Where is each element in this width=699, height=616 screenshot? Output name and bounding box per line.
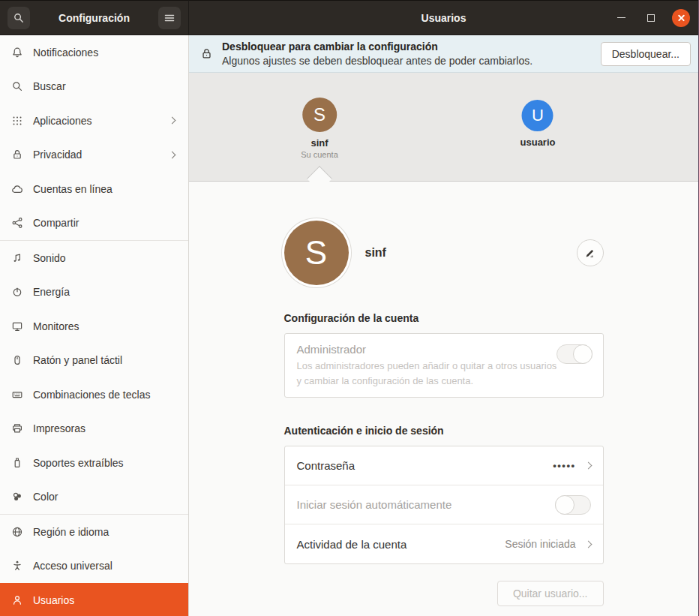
password-value: ••••• <box>553 460 575 471</box>
edit-avatar-button[interactable] <box>577 239 604 266</box>
maximize-icon <box>647 14 655 22</box>
unlock-button[interactable]: Desbloquear... <box>601 42 691 66</box>
account-activity-row[interactable]: Actividad de la cuenta Sesión iniciada <box>285 524 603 563</box>
sidebar-item-label: Compartir <box>33 217 178 229</box>
sidebar-item-usuarios[interactable]: Usuarios <box>0 583 188 616</box>
sidebar-item-label: Energía <box>33 286 178 298</box>
sidebar-item-label: Aplicaciones <box>33 115 170 127</box>
avatar: U <box>522 100 554 131</box>
sidebar-item-label: Privacidad <box>33 149 170 161</box>
account-activity-value: Sesión iniciada <box>505 538 575 550</box>
chevron-right-icon <box>169 151 176 158</box>
window-title: Usuarios <box>422 12 466 24</box>
sidebar-item-raton-y-panel-tactil[interactable]: Ratón y panel táctil <box>0 344 188 378</box>
close-button[interactable] <box>671 8 691 28</box>
unlock-banner-text: Desbloquear para cambiar la configuració… <box>222 40 532 67</box>
sidebar-item-sonido[interactable]: Sonido <box>0 241 188 275</box>
account-settings-card: Administrador Los administradores pueden… <box>284 333 604 398</box>
remove-user-button: Quitar usuario... <box>497 581 604 606</box>
user-switcher: S sinf Su cuenta U usuario <box>189 73 698 182</box>
authentication-card: Contraseña ••••• Iniciar sesión automáti… <box>284 446 604 564</box>
maximize-button[interactable] <box>641 8 661 28</box>
chevron-right-icon <box>169 117 176 125</box>
close-icon <box>672 9 690 27</box>
section-heading-account-settings: Configuración de la cuenta <box>284 312 604 324</box>
color-icon <box>11 491 23 503</box>
user-name: usuario <box>520 137 556 148</box>
sidebar-item-soportes-extraibles[interactable]: Soportes extraíbles <box>0 446 188 480</box>
sidebar-headerbar: Configuración <box>0 0 189 35</box>
account-activity-label: Actividad de la cuenta <box>297 538 407 551</box>
mouse-icon <box>11 354 23 366</box>
user-subtitle: Su cuenta <box>301 150 338 159</box>
titlebar: Usuarios <box>189 0 698 35</box>
sidebar-item-label: Región e idioma <box>33 526 178 538</box>
autologin-row: Iniciar sesión automáticamente <box>285 485 603 524</box>
sidebar-item-label: Usuarios <box>33 594 178 606</box>
bell-icon <box>11 47 23 59</box>
unlock-banner: Desbloquear para cambiar la configuració… <box>189 35 698 73</box>
section-heading-authentication: Autenticación e inicio de sesión <box>284 425 604 437</box>
sidebar-item-energia[interactable]: Energía <box>0 275 188 310</box>
chevron-right-icon <box>584 540 592 548</box>
sidebar-item-label: Acceso universal <box>33 560 178 572</box>
sidebar-item-label: Combinaciones de teclas <box>33 389 178 401</box>
admin-toggle <box>556 344 592 364</box>
sidebar-item-label: Cuentas en línea <box>33 183 178 195</box>
minimize-icon <box>617 17 626 18</box>
user-switcher-item-usuario[interactable]: U usuario <box>520 100 556 148</box>
usb-drive-icon <box>11 457 23 469</box>
admin-description: Los administradores pueden añadir o quit… <box>297 359 558 388</box>
sidebar-item-impresoras[interactable]: Impresoras <box>0 412 188 446</box>
profile-row: S sinf <box>284 221 604 285</box>
toggle-knob <box>573 344 592 364</box>
share-icon <box>11 217 23 229</box>
keyboard-icon <box>11 389 23 401</box>
unlock-banner-subtitle: Algunos ajustes se deben desbloquear ant… <box>222 54 532 68</box>
apps-grid-icon <box>11 115 23 127</box>
account-detail: S sinf Configuración de la cuenta Admini… <box>189 182 698 616</box>
sidebar-item-cuentas-en-linea[interactable]: Cuentas en línea <box>0 172 188 206</box>
sidebar-item-acceso-universal[interactable]: Acceso universal <box>0 549 188 584</box>
password-row[interactable]: Contraseña ••••• <box>285 446 603 485</box>
sidebar-item-compartir[interactable]: Compartir <box>0 206 188 241</box>
user-switcher-item-sinf[interactable]: S sinf Su cuenta <box>301 98 338 159</box>
gnome-settings-window: Configuración Notificaciones Buscar Apli… <box>0 0 699 616</box>
minimize-button[interactable] <box>611 8 631 28</box>
sidebar-item-combinaciones-de-teclas[interactable]: Combinaciones de teclas <box>0 377 188 412</box>
toggle-knob <box>555 495 574 515</box>
lock-icon <box>11 149 23 161</box>
password-label: Contraseña <box>297 459 356 472</box>
cloud-icon <box>11 183 23 195</box>
actions-row: Quitar usuario... <box>284 581 604 606</box>
sidebar-item-region-e-idioma[interactable]: Región e idioma <box>0 515 188 549</box>
music-note-icon <box>11 252 23 264</box>
autologin-toggle <box>555 495 591 515</box>
sidebar-item-notificaciones[interactable]: Notificaciones <box>0 35 188 70</box>
sidebar-item-label: Monitores <box>33 320 178 332</box>
primary-menu-button[interactable] <box>158 7 181 29</box>
admin-label: Administrador <box>297 343 591 356</box>
lock-icon <box>200 47 213 60</box>
sidebar-item-privacidad[interactable]: Privacidad <box>0 138 188 173</box>
user-name: sinf <box>301 137 338 149</box>
sidebar-item-label: Ratón y panel táctil <box>33 354 178 366</box>
search-icon <box>11 80 23 92</box>
sidebar-search-button[interactable] <box>8 7 30 29</box>
printer-icon <box>11 422 23 434</box>
user-icon <box>11 594 23 606</box>
unlock-banner-title: Desbloquear para cambiar la configuració… <box>222 40 532 53</box>
monitor-icon <box>11 320 23 332</box>
chevron-right-icon <box>584 462 592 470</box>
sidebar-item-label: Buscar <box>33 80 178 92</box>
sidebar-item-buscar[interactable]: Buscar <box>0 70 188 104</box>
sidebar-item-color[interactable]: Color <box>0 480 188 515</box>
sidebar-item-monitores[interactable]: Monitores <box>0 309 188 344</box>
accessibility-icon <box>11 560 23 572</box>
sidebar-item-label: Notificaciones <box>33 47 178 59</box>
hamburger-menu-icon <box>164 12 176 24</box>
sidebar-item-aplicaciones[interactable]: Aplicaciones <box>0 104 188 138</box>
sidebar-item-label: Color <box>33 491 178 503</box>
sidebar-title: Configuración <box>58 12 130 24</box>
avatar: S <box>284 221 349 285</box>
